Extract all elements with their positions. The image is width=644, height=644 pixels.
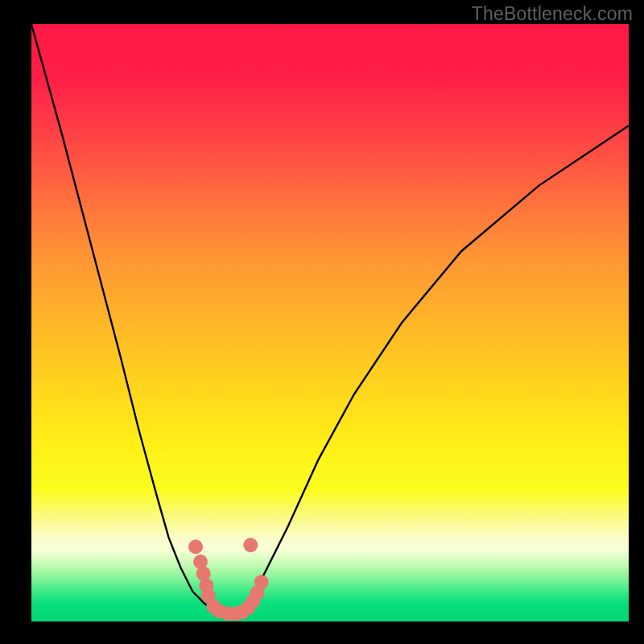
curve-layer <box>31 24 629 616</box>
watermark-text: TheBottleneck.com <box>472 3 633 25</box>
scatter-dot <box>243 538 258 552</box>
scatter-dot <box>254 575 269 589</box>
right-curve <box>229 126 629 615</box>
scatter-dot <box>188 539 203 554</box>
chart-svg <box>31 24 629 621</box>
left-curve <box>31 24 229 616</box>
chart-plot-area <box>31 24 629 621</box>
chart-frame: TheBottleneck.com <box>0 0 644 644</box>
scatter-dots <box>188 538 269 621</box>
